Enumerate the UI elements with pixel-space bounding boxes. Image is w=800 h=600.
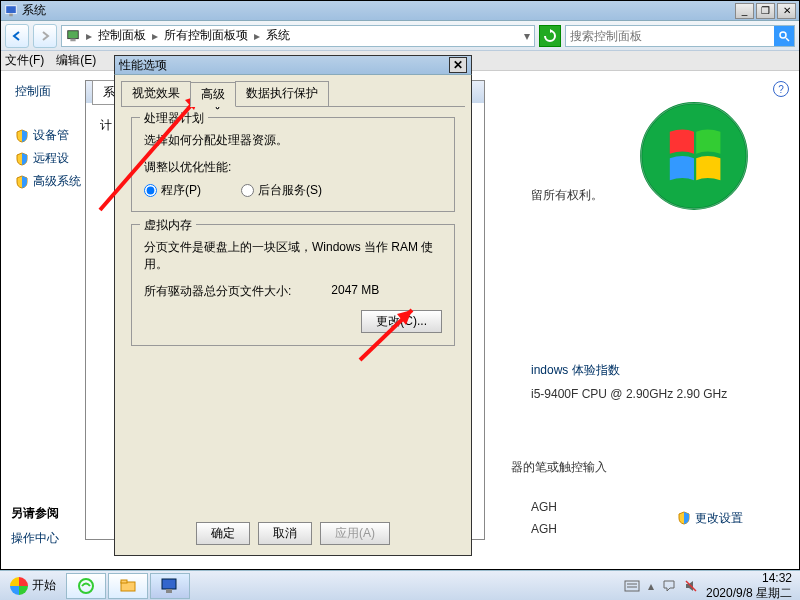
adjust-label: 调整以优化性能: xyxy=(144,159,442,176)
cpu-text: i5-9400F CPU @ 2.90GHz 2.90 GHz xyxy=(531,383,759,405)
chevron-right-icon: ▸ xyxy=(254,29,260,43)
shield-icon xyxy=(15,129,29,143)
action-center-link[interactable]: 操作中心 xyxy=(11,528,59,549)
search-input[interactable] xyxy=(566,29,774,43)
svg-rect-0 xyxy=(6,5,17,13)
radio-input[interactable] xyxy=(144,184,157,197)
group-desc: 选择如何分配处理器资源。 xyxy=(144,132,442,149)
virtual-memory-group: 虚拟内存 分页文件是硬盘上的一块区域，Windows 当作 RAM 使用。 所有… xyxy=(131,224,455,346)
chevron-right-icon: ▸ xyxy=(152,29,158,43)
taskbar-item-browser[interactable] xyxy=(66,573,106,599)
maximize-button[interactable]: ❐ xyxy=(756,3,775,19)
action-center-icon[interactable] xyxy=(662,579,676,593)
label: 计 xyxy=(100,118,112,132)
chevron-right-icon: ▸ xyxy=(86,29,92,43)
search-box xyxy=(565,25,795,47)
dialog-titlebar: 性能选项 ✕ xyxy=(114,55,472,75)
breadcrumb-item[interactable]: 系统 xyxy=(266,27,290,44)
cancel-button[interactable]: 取消 xyxy=(258,522,312,545)
radio-input[interactable] xyxy=(241,184,254,197)
forward-button[interactable] xyxy=(33,24,57,48)
close-button[interactable]: ✕ xyxy=(777,3,796,19)
taskbar-item-explorer[interactable] xyxy=(108,573,148,599)
svg-rect-14 xyxy=(121,580,127,583)
tray-chevron[interactable]: ▴ xyxy=(648,579,654,593)
pen-text: 器的笔或触控输入 xyxy=(511,455,759,480)
breadcrumb[interactable]: ▸ 控制面板 ▸ 所有控制面板项 ▸ 系统 ▾ xyxy=(61,25,535,47)
svg-rect-15 xyxy=(162,579,176,589)
breadcrumb-item[interactable]: 所有控制面板项 xyxy=(164,27,248,44)
tab-advanced[interactable]: 高级 xyxy=(190,82,236,107)
workgroup-text: AGH xyxy=(531,518,557,540)
windows-orb-icon xyxy=(10,577,28,595)
tab-visual-effects[interactable]: 视觉效果 xyxy=(121,81,191,106)
search-button[interactable] xyxy=(774,26,794,46)
dialog-title: 性能选项 xyxy=(119,57,449,74)
tab-dep[interactable]: 数据执行保护 xyxy=(235,81,329,106)
see-also-header: 另请参阅 xyxy=(11,505,59,522)
svg-rect-16 xyxy=(166,589,172,593)
back-button[interactable] xyxy=(5,24,29,48)
vm-total-value: 2047 MB xyxy=(331,283,379,300)
window-title: 系统 xyxy=(22,2,735,19)
experience-index-link[interactable]: indows 体验指数 xyxy=(531,358,759,383)
apply-button[interactable]: 应用(A) xyxy=(320,522,390,545)
volume-icon[interactable] xyxy=(684,579,698,593)
chevron-down-icon[interactable]: ▾ xyxy=(524,29,530,43)
titlebar: 系统 _ ❐ ✕ xyxy=(1,1,799,21)
radio-programs[interactable]: 程序(P) xyxy=(144,182,201,199)
svg-point-12 xyxy=(79,579,93,593)
svg-rect-3 xyxy=(70,38,75,41)
breadcrumb-item[interactable]: 控制面板 xyxy=(98,27,146,44)
help-button[interactable]: ? xyxy=(773,81,789,97)
computer-icon xyxy=(66,29,80,43)
start-button[interactable]: 开始 xyxy=(2,575,64,597)
taskbar: 开始 ▴ 14:32 2020/9/8 星期二 xyxy=(0,570,800,600)
shield-icon xyxy=(677,511,691,525)
svg-rect-2 xyxy=(68,30,79,38)
workgroup-text: AGH xyxy=(531,496,557,518)
processor-scheduling-group: 处理器计划 选择如何分配处理器资源。 调整以优化性能: 程序(P) 后台服务(S… xyxy=(131,117,455,212)
menu-edit[interactable]: 编辑(E) xyxy=(56,52,96,69)
radio-background[interactable]: 后台服务(S) xyxy=(241,182,322,199)
toolbar: ▸ 控制面板 ▸ 所有控制面板项 ▸ 系统 ▾ xyxy=(1,21,799,51)
vm-total-label: 所有驱动器总分页文件大小: xyxy=(144,283,291,300)
menu-file[interactable]: 文件(F) xyxy=(5,52,44,69)
change-settings-link[interactable]: 更改设置 xyxy=(677,510,743,527)
taskbar-item-system[interactable] xyxy=(150,573,190,599)
shield-icon xyxy=(15,175,29,189)
vm-desc: 分页文件是硬盘上的一块区域，Windows 当作 RAM 使用。 xyxy=(144,239,442,273)
svg-rect-17 xyxy=(625,581,639,591)
performance-options-dialog: 性能选项 ✕ 视觉效果 高级 数据执行保护 处理器计划 选择如何分配处理器资源。… xyxy=(114,56,472,556)
system-tray: ▴ 14:32 2020/9/8 星期二 xyxy=(624,571,798,600)
svg-point-4 xyxy=(780,32,786,38)
refresh-button[interactable] xyxy=(539,25,561,47)
ok-button[interactable]: 确定 xyxy=(196,522,250,545)
clock[interactable]: 14:32 2020/9/8 星期二 xyxy=(706,571,792,600)
windows-logo xyxy=(639,101,749,214)
group-title: 处理器计划 xyxy=(140,110,208,127)
keyboard-icon[interactable] xyxy=(624,580,640,592)
shield-icon xyxy=(15,152,29,166)
svg-line-5 xyxy=(786,38,789,41)
change-vm-button[interactable]: 更改(C)... xyxy=(361,310,442,333)
system-icon xyxy=(4,4,18,18)
svg-rect-1 xyxy=(9,13,13,16)
minimize-button[interactable]: _ xyxy=(735,3,754,19)
group-title: 虚拟内存 xyxy=(140,217,196,234)
close-button[interactable]: ✕ xyxy=(449,57,467,73)
